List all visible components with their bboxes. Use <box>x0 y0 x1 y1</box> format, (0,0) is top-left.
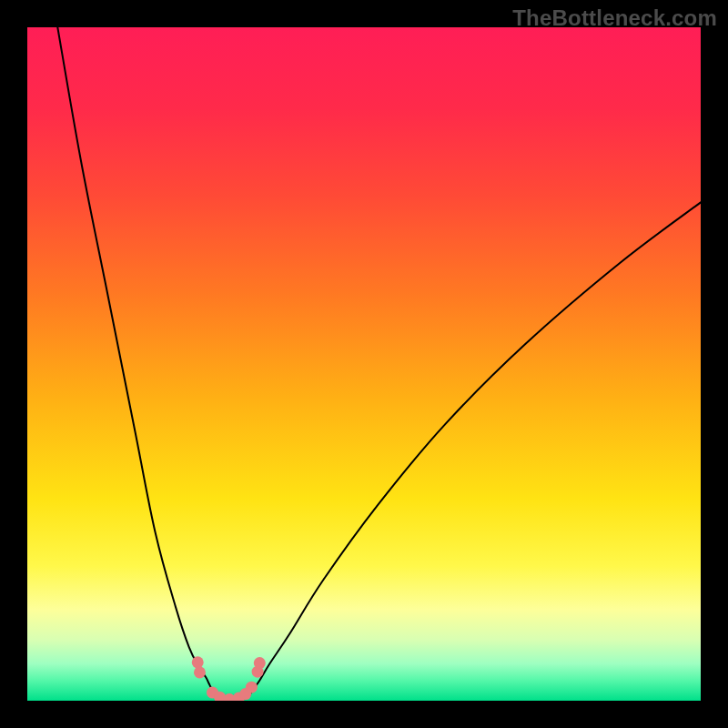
data-marker <box>254 657 266 669</box>
plot-area <box>27 27 701 701</box>
bottleneck-curve <box>27 27 701 701</box>
data-marker <box>192 656 204 668</box>
data-marker <box>194 666 206 678</box>
curve-path <box>57 27 701 700</box>
data-marker <box>246 682 258 693</box>
chart-frame: TheBottleneck.com <box>0 0 728 728</box>
